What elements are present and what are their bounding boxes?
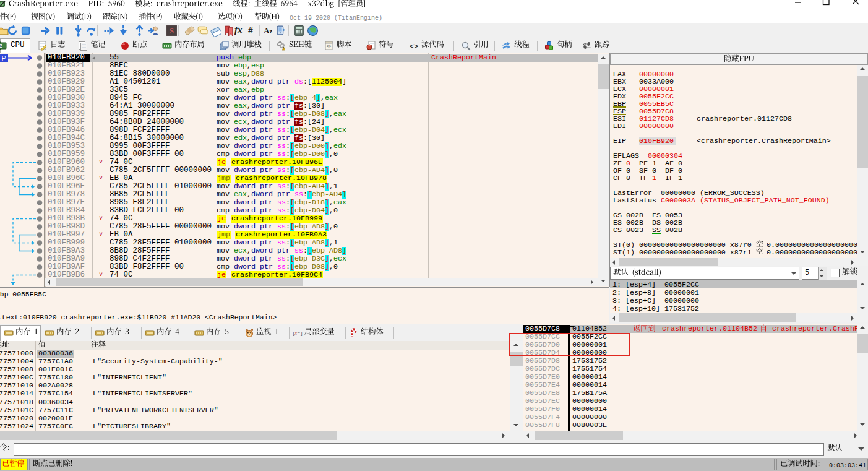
- svg-text:!: !: [283, 47, 284, 50]
- svg-text:<>: <>: [326, 44, 331, 49]
- svg-text:32: 32: [0, 44, 2, 48]
- svg-text:P: P: [2, 54, 6, 62]
- svg-text:<>: <>: [410, 43, 418, 51]
- svg-text:S: S: [170, 27, 174, 35]
- svg-text:=]: =]: [298, 331, 303, 336]
